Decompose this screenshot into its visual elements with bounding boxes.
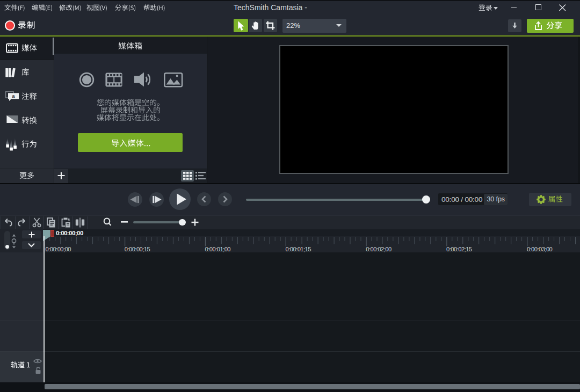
svg-text:a: a: [12, 93, 15, 99]
